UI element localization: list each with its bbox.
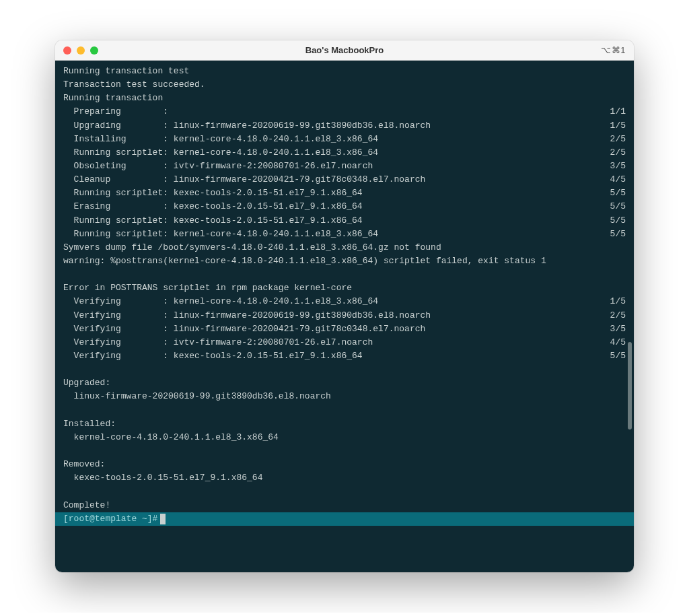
step-count: 5/5: [610, 349, 626, 363]
window-shortcut-label: ⌥⌘1: [601, 45, 626, 55]
step-label: Verifying : kernel-core-4.18.0-240.1.1.e…: [63, 295, 378, 308]
step-label: Running scriptlet: kernel-core-4.18.0-24…: [63, 228, 378, 241]
step-count: 3/5: [610, 322, 626, 336]
terminal-line: Symvers dump file /boot/symvers-4.18.0-2…: [63, 241, 626, 254]
terminal-line: warning: %posttrans(kernel-core-4.18.0-2…: [63, 254, 626, 268]
step-label: Verifying : linux-firmware-20200619-99.g…: [63, 309, 431, 322]
terminal-line: Obsoleting : ivtv-firmware-2:20080701-26…: [63, 160, 626, 173]
terminal-line: Error in POSTTRANS scriptlet in rpm pack…: [63, 281, 626, 295]
step-count: 2/5: [610, 133, 626, 146]
step-count: 5/5: [610, 186, 626, 200]
prompt-line[interactable]: [root@template ~]#: [55, 512, 634, 526]
terminal-line: Verifying : linux-firmware-20200421-79.g…: [63, 322, 626, 336]
terminal-line: Verifying : linux-firmware-20200619-99.g…: [63, 309, 626, 322]
terminal-line: Verifying : kernel-core-4.18.0-240.1.1.e…: [63, 295, 626, 308]
terminal-line: Running scriptlet: kexec-tools-2.0.15-51…: [63, 186, 626, 200]
minimize-icon[interactable]: [77, 46, 85, 55]
step-label: Obsoleting : ivtv-firmware-2:20080701-26…: [63, 160, 373, 173]
step-label: Verifying : linux-firmware-20200421-79.g…: [63, 322, 425, 336]
step-count: 5/5: [610, 228, 626, 241]
step-label: Verifying : kexec-tools-2.0.15-51.el7_9.…: [63, 349, 363, 363]
terminal-line: Verifying : ivtv-firmware-2:20080701-26.…: [63, 336, 626, 349]
terminal-line: [63, 444, 626, 458]
terminal-line: Transaction test succeeded.: [63, 78, 626, 92]
terminal-line: Installing : kernel-core-4.18.0-240.1.1.…: [63, 133, 626, 146]
terminal-line: Running scriptlet: kexec-tools-2.0.15-51…: [63, 214, 626, 228]
terminal-line: Running transaction: [63, 92, 626, 105]
step-count: 5/5: [610, 200, 626, 213]
step-count: 4/5: [610, 336, 626, 349]
step-label: Running scriptlet: kexec-tools-2.0.15-51…: [63, 186, 363, 200]
terminal-line: Erasing : kexec-tools-2.0.15-51.el7_9.1.…: [63, 200, 626, 213]
step-count: 5/5: [610, 214, 626, 228]
step-label: Upgrading : linux-firmware-20200619-99.g…: [63, 119, 431, 133]
terminal-line: Removed:: [63, 458, 626, 471]
window-title: Bao's MacbookPro: [305, 45, 384, 55]
shell-prompt: [root@template ~]#: [63, 512, 157, 526]
step-label: Installing : kernel-core-4.18.0-240.1.1.…: [63, 133, 378, 146]
step-count: 4/5: [610, 173, 626, 186]
terminal-line: Upgrading : linux-firmware-20200619-99.g…: [63, 119, 626, 133]
step-count: 1/5: [610, 119, 626, 133]
terminal-line: Preparing :1/1: [63, 105, 626, 118]
terminal-line: Verifying : kexec-tools-2.0.15-51.el7_9.…: [63, 349, 626, 363]
terminal-window: Bao's MacbookPro ⌥⌘1 Running transaction…: [55, 40, 634, 572]
step-label: Preparing :: [63, 105, 168, 118]
terminal-line: [63, 404, 626, 417]
step-label: Running scriptlet: kexec-tools-2.0.15-51…: [63, 214, 363, 228]
terminal-line: Running scriptlet: kernel-core-4.18.0-24…: [63, 228, 626, 241]
step-label: Verifying : ivtv-firmware-2:20080701-26.…: [63, 336, 373, 349]
step-label: Running scriptlet: kernel-core-4.18.0-24…: [63, 146, 378, 160]
step-label: Cleanup : linux-firmware-20200421-79.git…: [63, 173, 425, 186]
terminal-line: Cleanup : linux-firmware-20200421-79.git…: [63, 173, 626, 186]
terminal-line: Installed:: [63, 417, 626, 431]
terminal-line: Running scriptlet: kernel-core-4.18.0-24…: [63, 146, 626, 160]
terminal-line: [63, 485, 626, 498]
terminal-line: [63, 363, 626, 376]
terminal-line: [63, 268, 626, 281]
step-label: Erasing : kexec-tools-2.0.15-51.el7_9.1.…: [63, 200, 363, 213]
terminal-body[interactable]: Running transaction testTransaction test…: [55, 61, 634, 572]
cursor-icon: [160, 514, 166, 524]
scrollbar-thumb[interactable]: [628, 342, 632, 430]
step-count: 2/5: [610, 146, 626, 160]
window-titlebar[interactable]: Bao's MacbookPro ⌥⌘1: [55, 40, 634, 61]
traffic-lights: [63, 46, 98, 55]
terminal-line: kexec-tools-2.0.15-51.el7_9.1.x86_64: [63, 471, 626, 485]
terminal-line: Upgraded:: [63, 376, 626, 390]
terminal-line: Complete!: [63, 499, 626, 512]
step-count: 1/5: [610, 295, 626, 308]
maximize-icon[interactable]: [90, 46, 98, 55]
terminal-line: Running transaction test: [63, 65, 626, 78]
step-count: 2/5: [610, 309, 626, 322]
close-icon[interactable]: [63, 46, 71, 55]
step-count: 1/1: [610, 105, 626, 118]
terminal-line: kernel-core-4.18.0-240.1.1.el8_3.x86_64: [63, 431, 626, 444]
terminal-line: linux-firmware-20200619-99.git3890db36.e…: [63, 390, 626, 403]
step-count: 3/5: [610, 160, 626, 173]
